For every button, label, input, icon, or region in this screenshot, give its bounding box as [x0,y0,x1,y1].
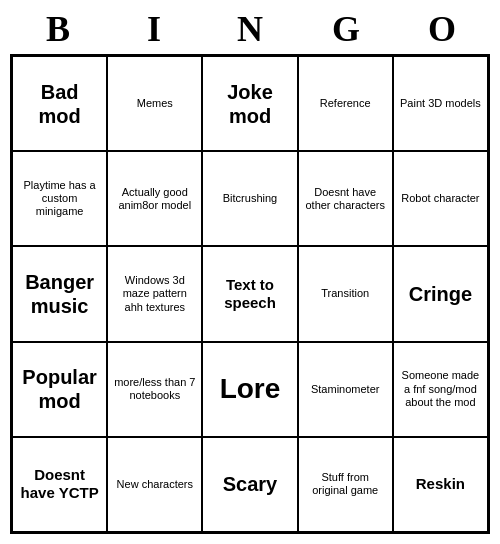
bingo-cell-8: Doesnt have other characters [298,151,393,246]
bingo-cell-22: Scary [202,437,297,532]
bingo-cell-13: Transition [298,246,393,341]
bingo-cell-11: Windows 3d maze pattern ahh textures [107,246,202,341]
bingo-letter: B [10,8,106,50]
bingo-cell-19: Someone made a fnf song/mod about the mo… [393,342,488,437]
bingo-cell-2: Joke mod [202,56,297,151]
bingo-cell-3: Reference [298,56,393,151]
bingo-grid: Bad modMemesJoke modReferencePaint 3D mo… [10,54,490,534]
bingo-cell-9: Robot character [393,151,488,246]
bingo-cell-20: Doesnt have YCTP [12,437,107,532]
bingo-cell-18: Staminometer [298,342,393,437]
bingo-cell-7: Bitcrushing [202,151,297,246]
bingo-cell-5: Playtime has a custom minigame [12,151,107,246]
bingo-letter: O [394,8,490,50]
bingo-cell-4: Paint 3D models [393,56,488,151]
bingo-cell-1: Memes [107,56,202,151]
bingo-header: BINGO [10,8,490,50]
bingo-letter: I [106,8,202,50]
bingo-cell-21: New characters [107,437,202,532]
bingo-cell-10: Banger music [12,246,107,341]
bingo-cell-23: Stuff from original game [298,437,393,532]
bingo-cell-14: Cringe [393,246,488,341]
bingo-cell-16: more/less than 7 notebooks [107,342,202,437]
bingo-letter: G [298,8,394,50]
bingo-cell-0: Bad mod [12,56,107,151]
bingo-cell-6: Actually good anim8or model [107,151,202,246]
bingo-cell-24: Reskin [393,437,488,532]
bingo-letter: N [202,8,298,50]
bingo-cell-17: Lore [202,342,297,437]
bingo-cell-15: Popular mod [12,342,107,437]
bingo-cell-12: Text to speech [202,246,297,341]
